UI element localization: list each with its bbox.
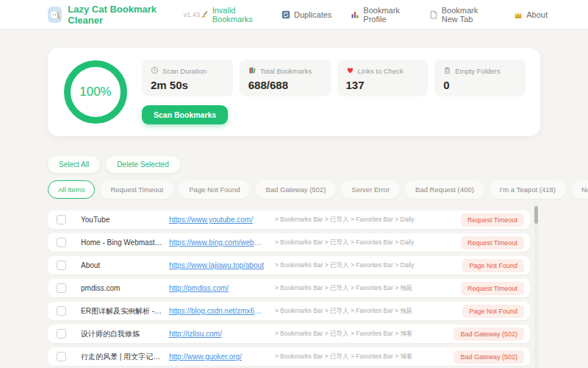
stat-label: Scan Duration bbox=[162, 67, 207, 75]
bookmark-list: YouTubehttps://www.youtube.com/> Bookmar… bbox=[48, 210, 530, 368]
row-checkbox[interactable] bbox=[57, 215, 66, 224]
status-badge: Request Timeout bbox=[461, 213, 524, 227]
app-header: Lazy Cat Bookmark Cleaner v1.43 Invalid … bbox=[0, 0, 588, 29]
status-badge: Bad Gateway (502) bbox=[453, 328, 524, 341]
filter-tab-page-not-found[interactable]: Page Not Found bbox=[179, 180, 250, 199]
broom-icon bbox=[200, 10, 209, 19]
stat-box-scan-duration: Scan Duration2m 50s bbox=[142, 60, 233, 96]
nav-item-label: Bookmark Profile bbox=[363, 6, 409, 24]
bookmark-folder-path: > Bookmarks Bar > 已导入 > Favorites Bar > … bbox=[275, 284, 461, 293]
stat-value: 2m 50s bbox=[151, 79, 224, 91]
nav-item-label: Bookmark New Tab bbox=[442, 6, 495, 24]
clock-icon bbox=[151, 66, 159, 76]
about-icon bbox=[514, 10, 523, 19]
bookmark-url-link[interactable]: http://izlisu.com/ bbox=[169, 330, 265, 338]
bookmark-folder-path: > Bookmarks Bar > 已导入 > Favorites Bar > … bbox=[275, 216, 461, 224]
select-all-button[interactable]: Select All bbox=[48, 156, 100, 173]
duplicates-icon bbox=[282, 10, 290, 19]
bookmark-title: pmdiss.com bbox=[81, 284, 163, 292]
bookmark-url-link[interactable]: https://www.lajiawu.top/about bbox=[169, 261, 265, 269]
progress-percent: 100% bbox=[79, 85, 111, 99]
nav-item-label: About bbox=[526, 10, 548, 19]
filter-tab-bad-gateway-502[interactable]: Bad Gateway (502) bbox=[255, 180, 336, 199]
filter-tab-i-m-a-teapot-418[interactable]: I'm a Teapot (418) bbox=[490, 180, 566, 199]
bookmark-row: Abouthttps://www.lajiawu.top/about> Book… bbox=[48, 256, 530, 275]
nav-item-label: Duplicates bbox=[294, 10, 331, 19]
app-title: Lazy Cat Bookmark Cleaner bbox=[68, 4, 179, 26]
heart-icon bbox=[346, 66, 354, 76]
row-checkbox[interactable] bbox=[57, 283, 66, 293]
nav-item-about[interactable]: About bbox=[514, 10, 548, 19]
bookmark-title: YouTube bbox=[81, 216, 163, 224]
progress-ring: 100% bbox=[64, 60, 127, 124]
row-checkbox[interactable] bbox=[57, 238, 66, 247]
bookmark-title: 设计师的自我修炼 bbox=[81, 329, 163, 339]
stat-box-empty-folders: Empty Folders0 bbox=[434, 60, 526, 96]
bookmark-row: YouTubehttps://www.youtube.com/> Bookmar… bbox=[48, 210, 530, 229]
bookmark-title: 行走的风景 | 用文字记录人生的风景 bbox=[81, 352, 163, 362]
filter-tab-server-error[interactable]: Server Error bbox=[341, 180, 400, 199]
row-checkbox[interactable] bbox=[57, 261, 66, 270]
bookmark-folder-path: > Bookmarks Bar > 已导入 > Favorites Bar > … bbox=[275, 261, 462, 270]
bookmark-row: pmdiss.comhttp://pmdiss.com/> Bookmarks … bbox=[48, 279, 530, 297]
nav-item-invalid-bookmarks[interactable]: Invalid Bookmarks bbox=[200, 6, 262, 24]
stat-box-links-to-check: Links to Check137 bbox=[337, 60, 429, 96]
filter-tabs: All ItemsRequest TimeoutPage Not FoundBa… bbox=[48, 180, 588, 199]
filter-tab-bad-request-400[interactable]: Bad Request (400) bbox=[405, 180, 484, 199]
bookmark-row: ER图详解及实例解析 - 记忆碎片的...https://blog.csdn.n… bbox=[48, 302, 530, 320]
bookmark-title: Home - Bing Webmaster Tools bbox=[81, 238, 163, 247]
stat-label: Empty Folders bbox=[455, 67, 500, 75]
bookmark-url-link[interactable]: https://www.bing.com/webmaster... bbox=[169, 238, 265, 247]
filter-tab-request-timeout[interactable]: Request Timeout bbox=[100, 180, 173, 199]
row-checkbox[interactable] bbox=[57, 329, 66, 339]
stat-label: Total Bookmarks bbox=[260, 67, 312, 75]
app-version: v1.43 bbox=[184, 11, 200, 18]
stat-value: 688/688 bbox=[248, 79, 322, 91]
bookmark-url-link[interactable]: http://pmdiss.com/ bbox=[169, 284, 265, 292]
app-logo-cat-icon bbox=[48, 7, 62, 23]
bookmark-row: Home - Bing Webmaster Toolshttps://www.b… bbox=[48, 233, 530, 252]
stat-value: 137 bbox=[346, 79, 420, 91]
stat-value: 0 bbox=[443, 79, 517, 91]
row-checkbox[interactable] bbox=[57, 352, 66, 361]
books-icon bbox=[248, 66, 257, 76]
filter-tab-all-items[interactable]: All Items bbox=[48, 180, 95, 199]
scrollbar-track[interactable] bbox=[534, 203, 538, 368]
status-badge: Request Timeout bbox=[461, 236, 524, 250]
bookmark-folder-path: > Bookmarks Bar > 已导入 > Favorites Bar > … bbox=[275, 238, 461, 247]
stat-label: Links to Check bbox=[358, 67, 404, 75]
nav-item-bookmark-new-tab[interactable]: Bookmark New Tab bbox=[429, 6, 495, 24]
nav-item-duplicates[interactable]: Duplicates bbox=[282, 10, 331, 19]
bar-chart-icon bbox=[351, 10, 359, 19]
bookmark-url-link[interactable]: https://blog.csdn.net/zmx654321... bbox=[169, 307, 265, 315]
nav-item-bookmark-profile[interactable]: Bookmark Profile bbox=[351, 6, 409, 24]
bookmark-folder-path: > Bookmarks Bar > 已导入 > Favorites Bar > … bbox=[275, 307, 462, 316]
status-badge: Page Not Found bbox=[462, 305, 524, 318]
bookmark-title: About bbox=[81, 261, 163, 269]
header-nav: Invalid BookmarksDuplicatesBookmark Prof… bbox=[200, 6, 548, 24]
filter-tab-non-standard-error-468[interactable]: Non-standard Error (468) bbox=[571, 180, 588, 199]
new-tab-icon bbox=[429, 10, 438, 19]
bookmark-row: 行走的风景 | 用文字记录人生的风景http://www.guoker.org/… bbox=[48, 347, 530, 366]
bookmark-folder-path: > Bookmarks Bar > 已导入 > Favorites Bar > … bbox=[275, 353, 453, 361]
bookmark-folder-path: > Bookmarks Bar > 已导入 > Favorites Bar > … bbox=[275, 330, 453, 339]
status-badge: Page Not Found bbox=[462, 259, 524, 272]
scan-bookmarks-button[interactable]: Scan Bookmarks bbox=[142, 105, 228, 124]
stat-box-total-bookmarks: Total Bookmarks688/688 bbox=[240, 60, 331, 96]
actions-row: Select All Delete Selected bbox=[48, 156, 180, 173]
bookmark-url-link[interactable]: https://www.youtube.com/ bbox=[169, 216, 265, 224]
trash-icon bbox=[443, 66, 451, 76]
bookmark-url-link[interactable]: http://www.guoker.org/ bbox=[169, 353, 265, 361]
stats-row: Scan Duration2m 50sTotal Bookmarks688/68… bbox=[142, 60, 526, 96]
scrollbar-thumb[interactable] bbox=[534, 206, 538, 224]
nav-item-label: Invalid Bookmarks bbox=[212, 6, 262, 24]
status-badge: Bad Gateway (502) bbox=[453, 350, 524, 364]
row-checkbox[interactable] bbox=[57, 306, 66, 316]
status-badge: Request Timeout bbox=[461, 282, 524, 295]
summary-card: 100% Scan Duration2m 50sTotal Bookmarks6… bbox=[48, 48, 540, 136]
bookmark-row: 设计师的自我修炼http://izlisu.com/> Bookmarks Ba… bbox=[48, 325, 530, 343]
bookmark-title: ER图详解及实例解析 - 记忆碎片的... bbox=[81, 306, 163, 316]
delete-selected-button[interactable]: Delete Selected bbox=[106, 156, 180, 173]
